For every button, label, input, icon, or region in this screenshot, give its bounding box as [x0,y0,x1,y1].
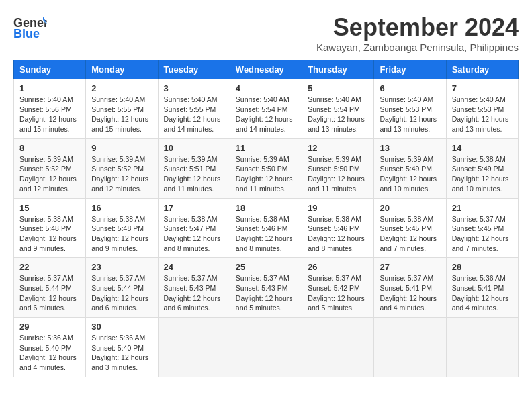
empty-cell [158,318,230,377]
calendar-day-1: 1Sunrise: 5:40 AMSunset: 5:56 PMDaylight… [14,79,86,139]
day-info: Sunrise: 5:37 AMSunset: 5:42 PMDaylight:… [308,273,368,313]
day-info: Sunrise: 5:39 AMSunset: 5:50 PMDaylight:… [308,154,368,194]
day-info: Sunrise: 5:38 AMSunset: 5:45 PMDaylight:… [380,214,440,254]
empty-cell [446,318,518,377]
day-number: 13 [380,143,440,153]
calendar-day-4: 4Sunrise: 5:40 AMSunset: 5:54 PMDaylight… [230,79,302,139]
day-number: 5 [308,83,368,93]
location-subtitle: Kawayan, Zamboanga Peninsula, Philippine… [316,42,519,53]
day-number: 7 [452,83,513,93]
calendar-day-29: 29Sunrise: 5:36 AMSunset: 5:40 PMDayligh… [14,318,86,377]
weekday-header-row: SundayMondayTuesdayWednesdayThursdayFrid… [14,60,519,79]
calendar-day-21: 21Sunrise: 5:37 AMSunset: 5:45 PMDayligh… [446,198,518,258]
calendar-day-11: 11Sunrise: 5:39 AMSunset: 5:50 PMDayligh… [230,138,302,198]
day-info: Sunrise: 5:36 AMSunset: 5:40 PMDaylight:… [19,333,80,373]
calendar-day-13: 13Sunrise: 5:39 AMSunset: 5:49 PMDayligh… [374,138,446,198]
day-number: 16 [91,203,152,213]
empty-cell [302,318,374,377]
day-info: Sunrise: 5:39 AMSunset: 5:49 PMDaylight:… [380,154,440,194]
weekday-header-sunday: Sunday [14,60,86,79]
svg-text:Blue: Blue [13,27,40,40]
calendar-week-3: 15Sunrise: 5:38 AMSunset: 5:48 PMDayligh… [14,198,519,258]
calendar-day-23: 23Sunrise: 5:37 AMSunset: 5:44 PMDayligh… [86,258,158,318]
calendar-week-5: 29Sunrise: 5:36 AMSunset: 5:40 PMDayligh… [14,318,519,377]
day-number: 30 [91,322,152,332]
day-number: 29 [19,322,80,332]
day-number: 3 [164,83,224,93]
calendar-day-17: 17Sunrise: 5:38 AMSunset: 5:47 PMDayligh… [158,198,230,258]
day-info: Sunrise: 5:37 AMSunset: 5:44 PMDaylight:… [19,273,80,313]
calendar-day-18: 18Sunrise: 5:38 AMSunset: 5:46 PMDayligh… [230,198,302,258]
weekday-header-wednesday: Wednesday [230,60,302,79]
calendar-day-10: 10Sunrise: 5:39 AMSunset: 5:51 PMDayligh… [158,138,230,198]
day-info: Sunrise: 5:38 AMSunset: 5:46 PMDaylight:… [236,214,296,254]
day-number: 24 [164,262,224,272]
day-number: 20 [380,203,440,213]
day-info: Sunrise: 5:40 AMSunset: 5:56 PMDaylight:… [19,95,80,134]
calendar-day-6: 6Sunrise: 5:40 AMSunset: 5:53 PMDaylight… [374,79,446,139]
day-info: Sunrise: 5:40 AMSunset: 5:54 PMDaylight:… [308,95,368,134]
day-number: 22 [19,262,80,272]
day-number: 21 [452,203,513,213]
day-number: 27 [380,262,440,272]
calendar-table: SundayMondayTuesdayWednesdayThursdayFrid… [13,60,519,377]
weekday-header-monday: Monday [86,60,158,79]
calendar-day-25: 25Sunrise: 5:37 AMSunset: 5:43 PMDayligh… [230,258,302,318]
day-number: 11 [236,143,296,153]
logo-icon: General Blue [13,13,47,40]
day-info: Sunrise: 5:37 AMSunset: 5:43 PMDaylight:… [164,273,224,313]
header: General Blue September 2024 Kawayan, Zam… [13,13,519,53]
day-info: Sunrise: 5:38 AMSunset: 5:48 PMDaylight:… [19,214,80,254]
calendar-day-15: 15Sunrise: 5:38 AMSunset: 5:48 PMDayligh… [14,198,86,258]
weekday-header-saturday: Saturday [446,60,518,79]
calendar-day-24: 24Sunrise: 5:37 AMSunset: 5:43 PMDayligh… [158,258,230,318]
day-info: Sunrise: 5:39 AMSunset: 5:50 PMDaylight:… [236,154,296,194]
calendar-day-5: 5Sunrise: 5:40 AMSunset: 5:54 PMDaylight… [302,79,374,139]
day-info: Sunrise: 5:40 AMSunset: 5:53 PMDaylight:… [452,95,513,134]
day-info: Sunrise: 5:40 AMSunset: 5:53 PMDaylight:… [380,95,440,134]
day-info: Sunrise: 5:39 AMSunset: 5:51 PMDaylight:… [164,154,224,194]
calendar-day-7: 7Sunrise: 5:40 AMSunset: 5:53 PMDaylight… [446,79,518,139]
day-number: 6 [380,83,440,93]
calendar-week-1: 1Sunrise: 5:40 AMSunset: 5:56 PMDaylight… [14,79,519,139]
day-number: 26 [308,262,368,272]
day-number: 4 [236,83,296,93]
calendar-day-26: 26Sunrise: 5:37 AMSunset: 5:42 PMDayligh… [302,258,374,318]
empty-cell [230,318,302,377]
day-number: 15 [19,203,80,213]
day-info: Sunrise: 5:37 AMSunset: 5:41 PMDaylight:… [380,273,440,313]
empty-cell [374,318,446,377]
day-info: Sunrise: 5:38 AMSunset: 5:49 PMDaylight:… [452,154,513,194]
day-info: Sunrise: 5:37 AMSunset: 5:45 PMDaylight:… [452,214,513,254]
day-number: 17 [164,203,224,213]
calendar-day-28: 28Sunrise: 5:36 AMSunset: 5:41 PMDayligh… [446,258,518,318]
calendar-day-14: 14Sunrise: 5:38 AMSunset: 5:49 PMDayligh… [446,138,518,198]
calendar-day-8: 8Sunrise: 5:39 AMSunset: 5:52 PMDaylight… [14,138,86,198]
calendar-day-9: 9Sunrise: 5:39 AMSunset: 5:52 PMDaylight… [86,138,158,198]
day-number: 8 [19,143,80,153]
day-number: 23 [91,262,152,272]
day-info: Sunrise: 5:37 AMSunset: 5:44 PMDaylight:… [91,273,152,313]
day-info: Sunrise: 5:37 AMSunset: 5:43 PMDaylight:… [236,273,296,313]
day-info: Sunrise: 5:36 AMSunset: 5:41 PMDaylight:… [452,273,513,313]
day-number: 19 [308,203,368,213]
calendar-week-2: 8Sunrise: 5:39 AMSunset: 5:52 PMDaylight… [14,138,519,198]
calendar-day-16: 16Sunrise: 5:38 AMSunset: 5:48 PMDayligh… [86,198,158,258]
day-info: Sunrise: 5:40 AMSunset: 5:55 PMDaylight:… [91,95,152,134]
calendar-day-12: 12Sunrise: 5:39 AMSunset: 5:50 PMDayligh… [302,138,374,198]
month-title: September 2024 [316,13,519,42]
weekday-header-thursday: Thursday [302,60,374,79]
weekday-header-tuesday: Tuesday [158,60,230,79]
day-number: 9 [91,143,152,153]
calendar-day-22: 22Sunrise: 5:37 AMSunset: 5:44 PMDayligh… [14,258,86,318]
day-info: Sunrise: 5:40 AMSunset: 5:54 PMDaylight:… [236,95,296,134]
day-number: 1 [19,83,80,93]
day-number: 10 [164,143,224,153]
calendar-day-2: 2Sunrise: 5:40 AMSunset: 5:55 PMDaylight… [86,79,158,139]
day-info: Sunrise: 5:38 AMSunset: 5:48 PMDaylight:… [91,214,152,254]
day-number: 12 [308,143,368,153]
day-info: Sunrise: 5:39 AMSunset: 5:52 PMDaylight:… [19,154,80,194]
calendar-day-20: 20Sunrise: 5:38 AMSunset: 5:45 PMDayligh… [374,198,446,258]
day-info: Sunrise: 5:40 AMSunset: 5:55 PMDaylight:… [164,95,224,134]
day-info: Sunrise: 5:39 AMSunset: 5:52 PMDaylight:… [91,154,152,194]
